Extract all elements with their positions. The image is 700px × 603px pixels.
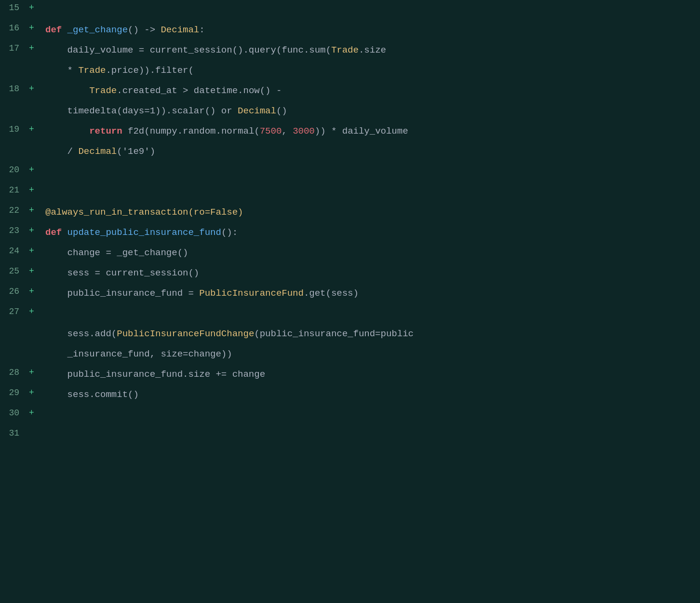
- code-line: 16+def _get_change() -> Decimal:: [0, 20, 700, 41]
- code-token: ,: [282, 126, 293, 137]
- line-number: 31: [0, 426, 29, 438]
- line-content: def update_public_insurance_fund():: [43, 224, 700, 240]
- line-plus: +: [29, 244, 43, 256]
- code-token: sess = current_session(): [45, 268, 199, 278]
- line-content: change = _get_change(): [43, 244, 700, 260]
- code-line: 17+ daily_volume = current_session().que…: [0, 41, 700, 61]
- line-number: 23: [0, 224, 29, 235]
- line-plus: [29, 426, 43, 428]
- line-content: sess = current_session(): [43, 264, 700, 280]
- line-content: [43, 426, 700, 442]
- code-line: 30+: [0, 405, 700, 425]
- code-line: 26+ public_insurance_fund = PublicInsura…: [0, 284, 700, 304]
- line-plus: +: [29, 204, 43, 215]
- code-token: ('1e9'): [117, 146, 155, 157]
- code-token: 7500: [260, 126, 282, 137]
- code-editor: 15+ 16+def _get_change() -> Decimal:17+ …: [0, 0, 700, 446]
- line-content: [43, 406, 700, 422]
- line-plus: +: [29, 163, 43, 175]
- line-number: 25: [0, 264, 29, 276]
- code-line: sess.add(PublicInsuranceFundChange(publi…: [0, 324, 700, 344]
- line-number: [0, 345, 29, 347]
- line-number: 28: [0, 366, 29, 377]
- line-number: 18: [0, 82, 29, 94]
- code-token: () ->: [128, 25, 161, 35]
- code-token: f2d(numpy.random.normal(: [128, 126, 260, 137]
- code-line: 18+ Trade.created_at > datetime.now() -: [0, 81, 700, 101]
- code-token: PublicInsuranceFund: [199, 288, 304, 299]
- code-token: ():: [221, 227, 238, 238]
- line-content: sess.commit(): [43, 386, 700, 402]
- code-token: Decimal: [238, 106, 276, 116]
- line-plus: [29, 62, 43, 64]
- code-token: update_public_insurance_fund: [67, 227, 221, 238]
- line-number: 19: [0, 123, 29, 134]
- line-content: Trade.created_at > datetime.now() -: [43, 82, 700, 98]
- code-line: 21+: [0, 182, 700, 203]
- line-number: [0, 143, 29, 145]
- line-content: def _get_change() -> Decimal:: [43, 21, 700, 37]
- code-line: 22+@always_run_in_transaction(ro=False): [0, 203, 700, 223]
- line-plus: +: [29, 366, 43, 377]
- code-line: 15+: [0, 0, 700, 20]
- code-token: def: [45, 25, 67, 35]
- code-token: public_insurance_fund.size += change: [45, 369, 265, 380]
- code-line: timedelta(days=1)).scalar() or Decimal(): [0, 101, 700, 122]
- line-number: 26: [0, 285, 29, 296]
- code-line: 28+ public_insurance_fund.size += change: [0, 365, 700, 385]
- code-token: PublicInsuranceFundChange: [117, 329, 254, 339]
- line-number: 21: [0, 183, 29, 195]
- code-token: _insurance_fund, size=change)): [45, 349, 232, 359]
- line-plus: +: [29, 21, 43, 33]
- code-token: public_insurance_fund =: [45, 288, 199, 299]
- code-token: sess.commit(): [45, 389, 139, 400]
- code-line: / Decimal('1e9'): [0, 142, 700, 162]
- line-number: 27: [0, 305, 29, 316]
- code-token: timedelta(days=1)).scalar() or: [45, 106, 238, 116]
- code-token: @always_run_in_transaction(ro=False): [45, 207, 243, 218]
- code-token: (): [276, 106, 287, 116]
- line-content: [43, 183, 700, 199]
- code-line: 31: [0, 425, 700, 446]
- line-plus: +: [29, 386, 43, 397]
- line-plus: +: [29, 183, 43, 195]
- line-plus: +: [29, 406, 43, 418]
- code-token: [45, 126, 89, 137]
- line-number: 15: [0, 1, 29, 13]
- code-line: 19+ return f2d(numpy.random.normal(7500,…: [0, 122, 700, 142]
- line-content: return f2d(numpy.random.normal(7500, 300…: [43, 123, 700, 138]
- code-token: Trade: [89, 85, 117, 96]
- line-plus: +: [29, 285, 43, 296]
- line-plus: [29, 102, 43, 104]
- code-line: 24+ change = _get_change(): [0, 243, 700, 263]
- line-content: [43, 163, 700, 179]
- line-plus: +: [29, 1, 43, 13]
- code-token: daily_volume = current_session().query(f…: [45, 45, 331, 55]
- line-content: [43, 1, 700, 17]
- code-token: .price)).filter(: [106, 65, 193, 76]
- code-token: 3000: [293, 126, 315, 137]
- line-number: 30: [0, 406, 29, 418]
- line-number: 20: [0, 163, 29, 175]
- code-token: _get_change: [67, 25, 128, 35]
- code-line: 27+: [0, 304, 700, 324]
- line-plus: +: [29, 264, 43, 276]
- code-token: :: [199, 25, 204, 35]
- line-number: [0, 62, 29, 64]
- code-token: )) * daily_volume: [315, 126, 408, 137]
- line-number: 17: [0, 41, 29, 53]
- code-token: .size: [359, 45, 386, 55]
- line-plus: [29, 325, 43, 327]
- line-number: 16: [0, 21, 29, 33]
- line-number: [0, 102, 29, 104]
- code-line: 25+ sess = current_session(): [0, 263, 700, 284]
- line-content: sess.add(PublicInsuranceFundChange(publi…: [43, 325, 700, 341]
- line-content: public_insurance_fund.size += change: [43, 366, 700, 382]
- line-content: timedelta(days=1)).scalar() or Decimal(): [43, 102, 700, 118]
- code-token: Trade: [331, 45, 359, 55]
- code-token: [45, 85, 89, 96]
- code-token: change = _get_change(): [45, 247, 188, 258]
- code-token: sess.add(: [45, 329, 117, 339]
- line-number: 22: [0, 204, 29, 215]
- code-token: .created_at > datetime.now() -: [117, 85, 282, 96]
